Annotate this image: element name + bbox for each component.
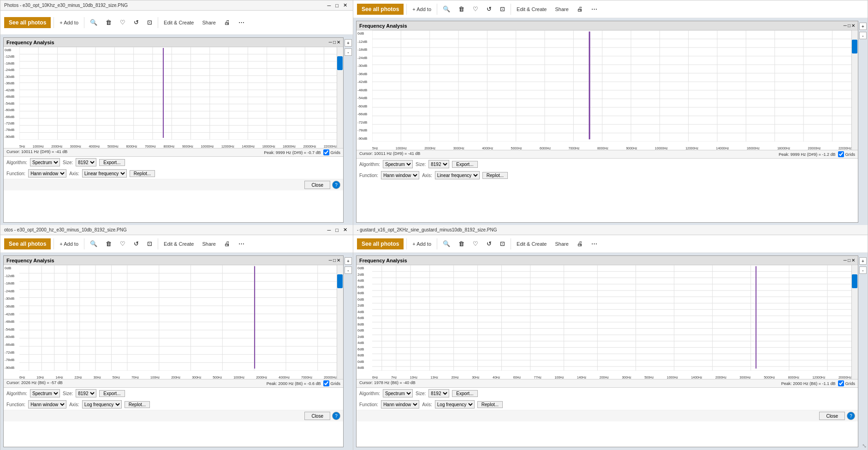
export-btn-tr[interactable]: Export... (452, 161, 477, 168)
add-to-btn-br[interactable]: + Add to (410, 240, 434, 248)
zoom-in-chart-tr[interactable]: + (859, 23, 867, 30)
freq-min-br[interactable]: ─ (844, 258, 847, 263)
freq-max-bl[interactable]: □ (333, 258, 336, 263)
more-btn-tr[interactable]: ⋯ (589, 4, 600, 14)
minimize-btn-tl[interactable]: ─ (326, 2, 333, 8)
zoom-in-chart-bl[interactable]: + (345, 257, 352, 265)
zoom-out-chart-tl[interactable]: - (345, 48, 352, 56)
see-all-photos-btn-bl[interactable]: See all photos (4, 238, 51, 249)
func-select-tl[interactable]: Hann window (28, 169, 66, 178)
share-btn-bl[interactable]: Share (199, 240, 218, 248)
size-select-tr[interactable]: 8192 (428, 160, 449, 168)
help-btn-bl[interactable]: ? (332, 412, 340, 420)
size-select-tl[interactable]: 8192 (76, 158, 96, 166)
close-panel-btn-bl[interactable]: Close (304, 412, 330, 420)
scrollbar-thumb-br[interactable] (852, 274, 857, 288)
axis-select-tr[interactable]: Linear frequency (435, 171, 480, 179)
rotate-btn-tl[interactable]: ↺ (131, 18, 142, 27)
algo-select-tr[interactable]: Spectrum (383, 160, 413, 168)
more-btn-br[interactable]: ⋯ (589, 239, 600, 249)
more-btn-tl[interactable]: ⋯ (236, 18, 247, 27)
add-to-btn-tr[interactable]: + Add to (410, 5, 434, 13)
replot-btn-tr[interactable]: Replot... (482, 172, 508, 179)
maximize-btn-tl[interactable]: □ (333, 2, 340, 8)
rotate-btn-tr[interactable]: ↺ (484, 4, 494, 14)
edit-create-btn-tl[interactable]: Edit & Create (161, 18, 196, 27)
minimize-btn-bl[interactable]: ─ (326, 227, 333, 233)
scrollbar-thumb-bl[interactable] (337, 274, 343, 288)
algo-select-br[interactable]: Spectrum (383, 389, 413, 397)
func-select-bl[interactable]: Hann window (28, 400, 66, 409)
delete-btn-tr[interactable]: 🗑 (456, 4, 467, 14)
export-btn-br[interactable]: Export... (452, 390, 477, 397)
replot-btn-tl[interactable]: Replot... (130, 170, 155, 177)
edit-create-btn-br[interactable]: Edit & Create (514, 240, 549, 248)
grids-checkbox-bl[interactable]: Grids (323, 380, 340, 386)
axis-select-br[interactable]: Log frequency (435, 400, 475, 409)
crop-btn-tl[interactable]: ⊡ (144, 18, 155, 27)
zoom-in-btn-bl[interactable]: 🔍 (87, 239, 100, 249)
delete-btn-tl[interactable]: 🗑 (103, 18, 114, 27)
zoom-in-btn-tr[interactable]: 🔍 (440, 4, 453, 14)
rotate-btn-bl[interactable]: ↺ (131, 239, 142, 249)
grids-checkbox-br[interactable]: Grids (838, 380, 855, 386)
crop-btn-br[interactable]: ⊡ (497, 239, 508, 249)
freq-max-tl[interactable]: □ (333, 40, 336, 45)
algo-select-tl[interactable]: Spectrum (30, 158, 60, 166)
zoom-out-chart-br[interactable]: - (859, 266, 867, 274)
freq-close-br[interactable]: ✕ (851, 258, 855, 263)
crop-btn-bl[interactable]: ⊡ (144, 239, 155, 249)
share-btn-br[interactable]: Share (552, 240, 571, 248)
freq-min-bl[interactable]: ─ (329, 258, 332, 263)
freq-close-tl[interactable]: ✕ (337, 40, 340, 45)
crop-btn-tr[interactable]: ⊡ (497, 4, 508, 14)
edit-create-btn-bl[interactable]: Edit & Create (161, 240, 196, 248)
see-all-photos-btn-tl[interactable]: See all photos (4, 17, 51, 28)
more-btn-bl[interactable]: ⋯ (236, 239, 247, 249)
delete-btn-br[interactable]: 🗑 (456, 239, 467, 249)
heart-btn-tr[interactable]: ♡ (470, 4, 481, 14)
help-btn-tl[interactable]: ? (332, 181, 340, 189)
replot-btn-bl[interactable]: Replot... (125, 401, 150, 408)
add-to-btn-tl[interactable]: + Add to (57, 18, 81, 27)
replot-btn-br[interactable]: Replot... (477, 401, 503, 408)
help-btn-br[interactable]: ? (847, 412, 855, 420)
axis-select-bl[interactable]: Log frequency (82, 400, 122, 409)
print-btn-bl[interactable]: 🖨 (221, 239, 233, 249)
func-select-br[interactable]: Hann window (381, 400, 419, 409)
share-btn-tl[interactable]: Share (199, 18, 218, 27)
freq-min-tr[interactable]: ─ (844, 23, 847, 28)
freq-close-tr[interactable]: ✕ (851, 23, 855, 28)
export-btn-bl[interactable]: Export... (99, 390, 125, 397)
zoom-out-chart-tr[interactable]: - (859, 32, 867, 39)
algo-select-bl[interactable]: Spectrum (30, 389, 60, 397)
scrollbar-thumb-tl[interactable] (337, 56, 343, 70)
see-all-photos-btn-tr[interactable]: See all photos (357, 4, 404, 15)
heart-btn-br[interactable]: ♡ (470, 239, 481, 249)
scrollbar-v-br[interactable] (851, 265, 858, 379)
resize-handle-br[interactable]: ⤡ (862, 443, 867, 449)
delete-btn-bl[interactable]: 🗑 (103, 239, 114, 249)
rotate-btn-br[interactable]: ↺ (484, 239, 494, 249)
size-select-br[interactable]: 8192 (428, 389, 449, 397)
scrollbar-v-bl[interactable] (337, 265, 343, 379)
freq-max-tr[interactable]: □ (848, 23, 850, 28)
scrollbar-v-tl[interactable] (337, 47, 343, 148)
heart-btn-bl[interactable]: ♡ (117, 239, 128, 249)
share-btn-tr[interactable]: Share (552, 5, 571, 13)
heart-btn-tl[interactable]: ♡ (117, 18, 128, 27)
print-btn-br[interactable]: 🖨 (574, 239, 586, 249)
close-panel-btn-br[interactable]: Close (819, 412, 845, 420)
close-panel-btn-tl[interactable]: Close (304, 181, 330, 189)
scrollbar-thumb-tr[interactable] (852, 40, 857, 53)
zoom-in-btn-tl[interactable]: 🔍 (87, 18, 100, 27)
axis-select-tl[interactable]: Linear frequency (82, 169, 127, 178)
freq-min-tl[interactable]: ─ (329, 40, 332, 45)
freq-max-br[interactable]: □ (848, 258, 850, 263)
export-btn-tl[interactable]: Export... (99, 159, 125, 166)
zoom-in-chart-br[interactable]: + (859, 257, 867, 265)
maximize-btn-bl[interactable]: □ (333, 227, 340, 233)
close-btn-tl[interactable]: ✕ (341, 2, 349, 8)
print-btn-tr[interactable]: 🖨 (574, 4, 586, 14)
see-all-photos-btn-br[interactable]: See all photos (357, 238, 404, 249)
